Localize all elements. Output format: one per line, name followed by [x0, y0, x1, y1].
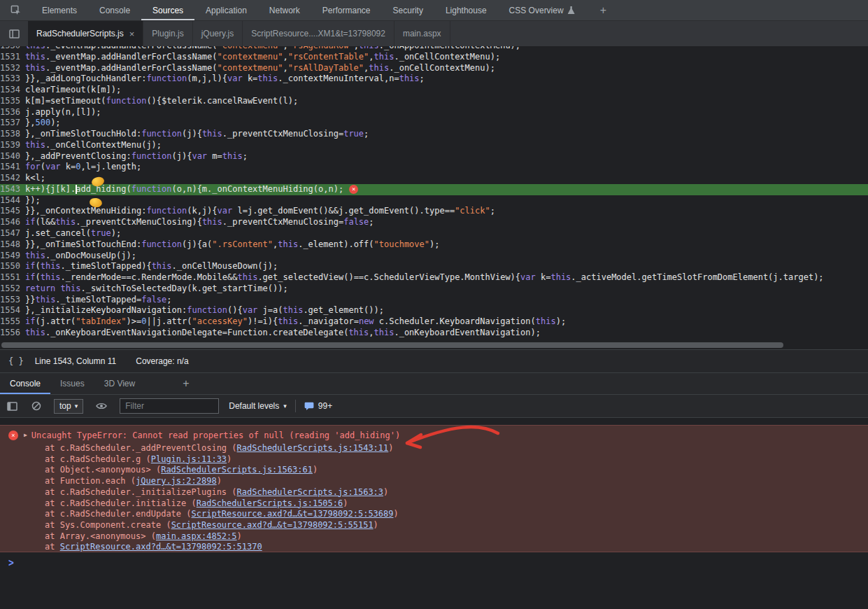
- log-levels-dropdown[interactable]: Default levels ▾: [229, 401, 287, 411]
- code-line[interactable]: 1537},500);: [0, 118, 868, 129]
- code-text[interactable]: k++){j[k].add_hiding(function(o,n){m._on…: [25, 184, 343, 195]
- line-number[interactable]: 1543: [0, 184, 25, 195]
- line-number[interactable]: 1554: [0, 305, 25, 316]
- code-line[interactable]: 1542k<l;: [0, 173, 868, 184]
- code-text[interactable]: k[m]=setTimeout(function(){$telerik.canc…: [25, 96, 298, 107]
- line-number[interactable]: 1533: [0, 74, 25, 85]
- line-number[interactable]: 1553: [0, 295, 25, 306]
- code-line[interactable]: 1550if(this._timeSlotTapped){this._onCel…: [0, 261, 868, 272]
- file-tab-main-aspx[interactable]: main.aspx: [394, 21, 450, 46]
- line-number[interactable]: 1531: [0, 52, 25, 63]
- stack-link[interactable]: RadSchedulerScripts.js:1563:61: [161, 465, 313, 475]
- panel-tab-application[interactable]: Application: [194, 0, 258, 20]
- code-text[interactable]: j.apply(n,[l]);: [25, 107, 101, 118]
- code-text[interactable]: this._onCellContextMenu(j);: [25, 140, 162, 151]
- panel-tab-elements[interactable]: Elements: [31, 0, 88, 20]
- line-number[interactable]: 1530: [0, 46, 25, 52]
- code-line[interactable]: 1536j.apply(n,[l]);: [0, 107, 868, 118]
- file-tab-jquery-js[interactable]: jQuery.js: [193, 21, 243, 46]
- file-tab-plugin-js[interactable]: Plugin.js: [143, 21, 192, 46]
- stack-link[interactable]: RadSchedulerScripts.js:1543:11: [237, 443, 389, 453]
- live-expression-eye-icon[interactable]: [96, 402, 107, 410]
- code-line[interactable]: 1552return this._switchToSelectedDay(k.g…: [0, 284, 868, 295]
- line-number[interactable]: 1548: [0, 239, 25, 251]
- line-number[interactable]: 1541: [0, 162, 25, 173]
- line-number[interactable]: 1534: [0, 85, 25, 96]
- code-line[interactable]: 1533}},_addLongTouchHandler:function(m,j…: [0, 74, 868, 85]
- code-line[interactable]: 1543k++){j[k].add_hiding(function(o,n){m…: [0, 184, 868, 195]
- line-number[interactable]: 1535: [0, 96, 25, 107]
- panel-tab-performance[interactable]: Performance: [311, 0, 382, 20]
- code-text[interactable]: j.set_cancel(true);: [25, 228, 121, 239]
- code-text[interactable]: for(var k=0,l=j.length;: [25, 162, 141, 173]
- line-number[interactable]: 1544: [0, 195, 25, 206]
- context-selector[interactable]: top ▾: [54, 399, 83, 414]
- file-tab-radschedulerscripts-js[interactable]: RadSchedulerScripts.js×: [28, 21, 143, 46]
- add-panel-button[interactable]: +: [592, 4, 615, 17]
- panel-tab-lighthouse[interactable]: Lighthouse: [434, 0, 498, 20]
- panel-tab-network[interactable]: Network: [258, 0, 311, 20]
- code-text[interactable]: this._onKeyboardEventNavigationDelegate=…: [25, 328, 541, 339]
- code-text[interactable]: },_addPreventClosing:function(j){var m=t…: [25, 151, 248, 162]
- line-number[interactable]: 1547: [0, 228, 25, 239]
- line-number[interactable]: 1542: [0, 173, 25, 184]
- code-text[interactable]: }},_onTimeSlotTouchEnd:function(j){a(".r…: [25, 239, 439, 251]
- code-text[interactable]: if(this._renderMode==c.RenderMode.Mobile…: [25, 272, 824, 284]
- code-line[interactable]: 1554},_initializeKeyboardNavigation:func…: [0, 305, 868, 316]
- code-text[interactable]: }},_addLongTouchHandler:function(m,j,l){…: [25, 74, 425, 85]
- code-text[interactable]: },_onTimeSlotTouchHold:function(j){this.…: [25, 129, 369, 140]
- stack-link[interactable]: ScriptResource.axd?d…&t=13798092:5:53689: [192, 509, 394, 519]
- line-number[interactable]: 1552: [0, 284, 25, 295]
- stack-link[interactable]: jQuery.js:2:2898: [136, 476, 217, 486]
- line-number[interactable]: 1556: [0, 328, 25, 339]
- line-number[interactable]: 1550: [0, 261, 25, 272]
- code-line[interactable]: 1548}},_onTimeSlotTouchEnd:function(j){a…: [0, 239, 868, 251]
- code-line[interactable]: 1539this._onCellContextMenu(j);: [0, 140, 868, 151]
- panel-tab-console[interactable]: Console: [88, 0, 141, 20]
- code-line[interactable]: 1541for(var k=0,l=j.length;: [0, 162, 868, 173]
- close-tab-icon[interactable]: ×: [129, 29, 135, 38]
- stack-link[interactable]: ScriptResource.axd?d…&t=13798092:5:51370: [60, 542, 262, 552]
- code-text[interactable]: return this._switchToSelectedDay(k.get_s…: [25, 284, 288, 295]
- line-number[interactable]: 1536: [0, 107, 25, 118]
- add-drawer-tab-button[interactable]: +: [173, 373, 199, 394]
- code-text[interactable]: }},_onContextMenuHiding:function(k,j){va…: [25, 206, 495, 217]
- filter-input[interactable]: [120, 398, 219, 414]
- code-text[interactable]: if(l&&this._preventCtxMenuClosing){this.…: [25, 217, 374, 228]
- code-editor[interactable]: 1530this._eventMap.addHandlerForClassNam…: [0, 46, 868, 349]
- drawer-tab-issues[interactable]: Issues: [50, 373, 94, 394]
- pretty-print-button[interactable]: { }: [8, 356, 24, 366]
- code-text[interactable]: }}this._timeSlotTapped=false;: [25, 295, 172, 306]
- code-line[interactable]: 1532this._eventMap.addHandlerForClassNam…: [0, 63, 868, 74]
- code-text[interactable]: this._onDocMouseUp(j);: [25, 251, 136, 262]
- code-line[interactable]: 1551if(this._renderMode==c.RenderMode.Mo…: [0, 272, 868, 284]
- panel-tab-css-overview[interactable]: CSS Overview: [498, 0, 586, 20]
- code-text[interactable]: },500);: [25, 118, 61, 129]
- stack-link[interactable]: Plugin.js:11:33: [151, 454, 227, 464]
- inspect-icon[interactable]: [0, 5, 31, 15]
- code-line[interactable]: 1555if(j.attr("tabIndex")>=0||j.attr("ac…: [0, 316, 868, 328]
- console-sidebar-icon[interactable]: [7, 402, 17, 411]
- file-tab-scriptresource-xm1-t-13798092[interactable]: ScriptResource....XM1&t=13798092: [243, 21, 394, 46]
- issues-counter[interactable]: 99+: [304, 401, 332, 411]
- stack-link[interactable]: RadSchedulerScripts.js:1563:3: [237, 487, 384, 497]
- code-line[interactable]: 1549this._onDocMouseUp(j);: [0, 251, 868, 262]
- code-line[interactable]: 1531this._eventMap.addHandlerForClassNam…: [0, 52, 868, 63]
- code-text[interactable]: if(j.attr("tabIndex")>=0||j.attr("access…: [25, 316, 566, 328]
- stack-link[interactable]: main.aspx:4852:5: [156, 531, 237, 541]
- code-line[interactable]: 1530this._eventMap.addHandlerForClassNam…: [0, 46, 868, 52]
- code-text[interactable]: },_initializeKeyboardNavigation:function…: [25, 305, 384, 316]
- code-line[interactable]: 1534clearTimeout(k[m]);: [0, 85, 868, 96]
- line-number[interactable]: 1546: [0, 217, 25, 228]
- line-number[interactable]: 1538: [0, 129, 25, 140]
- drawer-tab-console[interactable]: Console: [0, 373, 50, 394]
- code-text[interactable]: this._eventMap.addHandlerForClassName("c…: [25, 52, 500, 63]
- code-text[interactable]: k<l;: [25, 173, 45, 184]
- clear-console-icon[interactable]: [31, 401, 41, 411]
- line-number[interactable]: 1537: [0, 118, 25, 129]
- code-text[interactable]: if(this._timeSlotTapped){this._onCellMou…: [25, 261, 278, 272]
- code-line[interactable]: 1547j.set_cancel(true);: [0, 228, 868, 239]
- code-line[interactable]: 1556this._onKeyboardEventNavigationDeleg…: [0, 328, 868, 339]
- code-line[interactable]: 1553}}this._timeSlotTapped=false;: [0, 295, 868, 306]
- navigator-toggle-icon[interactable]: [0, 21, 28, 46]
